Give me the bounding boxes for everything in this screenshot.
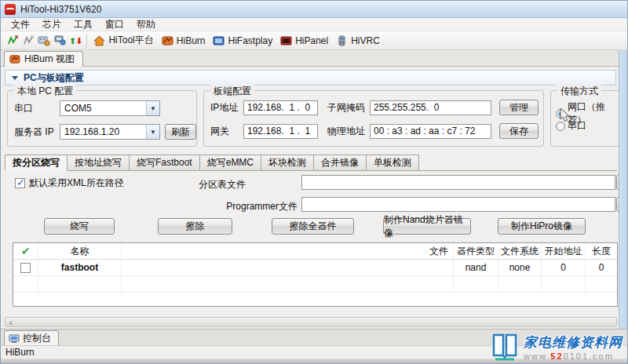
server-ip-combobox[interactable]: 192.168.1.20 ▼ [60, 124, 160, 140]
mac-address-input[interactable] [370, 124, 491, 139]
window-title: HiTool-Hi3751V620 [20, 4, 101, 15]
make-hipro-image-button[interactable]: 制作HiPro镜像 [498, 218, 586, 235]
tab-burn-by-partition[interactable]: 按分区烧写 [5, 155, 68, 171]
toolbar-separator [86, 35, 87, 47]
vertical-scrollbar[interactable] [619, 50, 628, 329]
app-window: HiTool-Hi3751V620 文件 芯片 工具 窗口 帮助 ⬆⬇ HiTo… [0, 0, 628, 364]
console-tab-label: 控制台 [23, 332, 51, 345]
tab-burn-emmc[interactable]: 烧写eMMC [200, 155, 261, 170]
column-device-type: 器件类型 [454, 243, 498, 259]
toolbar: ⬆⬇ HiTool平台 HiBurn HiFastplay HiPanel Hi… [1, 31, 628, 50]
partition-file-label: 分区表文件 [199, 178, 246, 191]
scroll-left-icon[interactable]: ‹ [5, 318, 16, 326]
menu-chip[interactable]: 芯片 [37, 17, 67, 32]
status-message: HiBurn [5, 347, 35, 358]
watermark: 家电维修资料网 www.520101.com [491, 332, 623, 362]
section-header-pc-board-config[interactable]: PC与板端配置 [5, 70, 616, 86]
hivrc-button[interactable]: HiVRC [333, 35, 385, 47]
column-length: 长度 [586, 243, 617, 259]
partition-file-table: ✔ 名称 文件 器件类型 文件系统 开始地址 长度 fastboot nand … [13, 242, 618, 307]
horizontal-scrollbar[interactable]: ‹ [5, 317, 617, 327]
launcher-label: HiVRC [351, 35, 380, 46]
menu-file[interactable]: 文件 [5, 17, 35, 32]
launcher-label: HiBurn [177, 35, 206, 46]
watermark-url: www.520101.com [524, 351, 614, 361]
launcher-label: HiFastplay [228, 35, 272, 46]
board-legend: 板端配置 [210, 85, 254, 98]
cell-start-address: 0 [542, 260, 586, 275]
hipanel-button[interactable]: HiPanel [277, 35, 333, 47]
tab-single-board-check[interactable]: 单板检测 [367, 155, 419, 170]
view-tab-bar: HiBurn 视图 [1, 50, 628, 67]
watermark-site-name: 家电维修资料网 [524, 333, 623, 351]
title-bar[interactable]: HiTool-Hi3751V620 [1, 1, 628, 18]
burn-button[interactable]: 烧写 [44, 218, 115, 235]
hitool-platform-button[interactable]: HiTool平台 [90, 33, 158, 48]
hifastplay-icon [213, 35, 225, 46]
tab-hiburn-view[interactable]: HiBurn 视图 [4, 51, 83, 67]
device-monitor-icon[interactable] [52, 33, 68, 49]
chevron-down-icon[interactable]: ▼ [146, 125, 159, 139]
netmask-input[interactable] [370, 100, 491, 115]
cell-file [122, 260, 454, 275]
hiburn-button[interactable]: HiBurn [159, 35, 210, 47]
use-xml-path-label: 默认采用XML所在路径 [29, 177, 124, 190]
row-checkbox[interactable] [20, 263, 31, 273]
tab-bad-block-check[interactable]: 坏块检测 [261, 155, 314, 170]
hiburn-icon [162, 35, 173, 46]
transfer-mode-legend: 传输方式 [557, 85, 601, 98]
erase-all-button[interactable]: 擦除全器件 [272, 218, 354, 235]
serial-port-label: 串口 [14, 102, 60, 115]
column-start-address: 开始地址 [542, 243, 586, 259]
tab-burn-by-address[interactable]: 按地址烧写 [68, 155, 130, 170]
disconnect-icon[interactable] [20, 33, 36, 49]
cell-file-system: none [498, 260, 542, 275]
save-button[interactable]: 保存 [499, 123, 539, 139]
board-groupbox: 板端配置 IP地址 子网掩码 管理 网关 物理地址 保存 [203, 90, 544, 147]
programmer-file-input[interactable] [301, 197, 615, 212]
hiburn-icon [9, 54, 20, 64]
cell-name: fastboot [38, 260, 122, 275]
server-ip-label: 服务器 IP [14, 126, 60, 139]
serial-port-value: COM5 [60, 103, 146, 114]
hipanel-icon [280, 35, 292, 46]
column-file: 文件 [122, 243, 454, 259]
tab-merge-image[interactable]: 合并镜像 [314, 155, 367, 170]
gateway-input[interactable] [243, 124, 318, 139]
hivrc-icon [336, 35, 348, 46]
launcher-label: HiTool平台 [108, 34, 153, 47]
gateway-label: 网关 [210, 125, 243, 138]
ip-address-input[interactable] [243, 100, 318, 115]
app-logo-icon [5, 4, 16, 15]
refresh-button[interactable]: 刷新 [165, 124, 196, 140]
section-header-label: PC与板端配置 [24, 71, 84, 85]
table-row-fastboot[interactable]: fastboot nand none 0 0 [13, 260, 617, 276]
console-monitor-icon [9, 334, 20, 344]
menu-help[interactable]: 帮助 [131, 17, 161, 32]
connect-icon[interactable] [5, 33, 20, 49]
radio-serial-port[interactable] [556, 122, 565, 131]
programmer-file-label: Programmer文件 [189, 200, 298, 213]
tab-burn-fastboot[interactable]: 烧写Fastboot [130, 155, 200, 170]
serial-port-combobox[interactable]: COM5 ▼ [60, 100, 160, 116]
erase-button[interactable]: 擦除 [158, 218, 232, 235]
partition-file-input[interactable] [301, 175, 615, 190]
board-config-icon[interactable] [36, 33, 52, 49]
manage-button[interactable]: 管理 [499, 100, 539, 115]
menu-tools[interactable]: 工具 [68, 17, 98, 32]
column-name: 名称 [38, 243, 122, 259]
make-nand-image-button[interactable]: 制作Nand烧片器镜像 [383, 218, 471, 235]
burn-tab-bar: 按分区烧写 按地址烧写 烧写Fastboot 烧写eMMC 坏块检测 合并镜像 … [5, 155, 617, 171]
menu-window[interactable]: 窗口 [100, 17, 130, 32]
mouse-cursor [560, 107, 570, 122]
tab-console[interactable]: 控制台 [4, 330, 59, 346]
cell-length: 0 [586, 260, 617, 275]
hifastplay-button[interactable]: HiFastplay [210, 35, 277, 47]
use-xml-path-checkbox[interactable] [15, 178, 25, 188]
table-header-row: ✔ 名称 文件 器件类型 文件系统 开始地址 长度 [13, 243, 617, 260]
select-all-check-icon[interactable]: ✔ [21, 245, 31, 257]
transfer-updown-icon[interactable]: ⬆⬇ [68, 33, 83, 49]
book-icon [491, 332, 519, 362]
ip-address-label: IP地址 [210, 101, 243, 115]
chevron-down-icon[interactable]: ▼ [146, 101, 159, 115]
